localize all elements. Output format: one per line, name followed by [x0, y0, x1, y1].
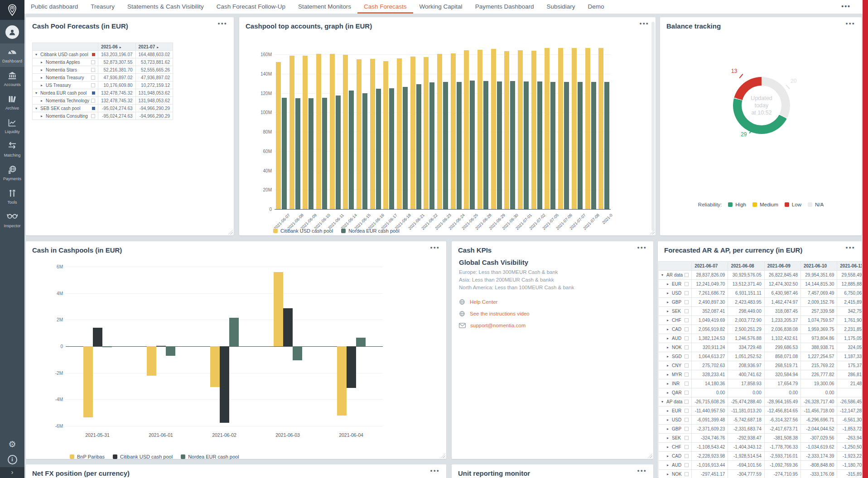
panel-scrollbar[interactable]: [651, 22, 655, 231]
bar-citibank-usd-cash-pool[interactable]: [357, 59, 362, 209]
tree-caret-icon[interactable]: ▾: [661, 400, 666, 404]
row-checkbox[interactable]: [91, 76, 95, 80]
bar-citibank-usd-cash-pool[interactable]: [424, 57, 429, 210]
row-label-cell[interactable]: ▸NOK: [659, 470, 692, 478]
row-label-cell[interactable]: ▸SGD: [659, 352, 692, 361]
instructions-video-link[interactable]: See the instructions video: [459, 310, 530, 317]
tree-caret-icon[interactable]: ▸: [41, 114, 46, 118]
tree-caret-icon[interactable]: ▸: [41, 60, 46, 64]
bar-nordea-eur-cash-pool[interactable]: [483, 81, 488, 209]
bar-nordea-eur-cash-pool[interactable]: [537, 81, 542, 209]
bar-citibank-usd-cash-pool[interactable]: [316, 54, 321, 209]
nav-tab-statements-cash-visibility[interactable]: Statements & Cash Visibility: [121, 0, 210, 14]
row-label-cell[interactable]: ▸Nomentia Apples: [33, 58, 98, 66]
tree-caret-icon[interactable]: ▸: [667, 282, 672, 286]
bar-nordea-eur-cash-pool[interactable]: [309, 98, 313, 209]
bar-citibank-usd-cash-pool[interactable]: [289, 56, 294, 209]
tree-caret-icon[interactable]: ▸: [667, 409, 672, 413]
legend-item[interactable]: BnP Paribas: [70, 454, 105, 459]
row-label-cell[interactable]: ▾AR data: [659, 271, 692, 280]
bar-citibank-usd-cash-pool[interactable]: [572, 48, 577, 209]
row-label-cell[interactable]: ▸CAD: [659, 452, 692, 461]
row-label-cell[interactable]: ▾SEB SEK cash pool: [33, 105, 98, 112]
bar-citibank-usd-cash-pool[interactable]: [303, 56, 308, 209]
bar-nordea-eur-cash-pool[interactable]: [336, 96, 341, 209]
panel-menu-ellipsis-icon[interactable]: •••: [637, 467, 647, 474]
row-label-cell[interactable]: ▸EUR: [659, 406, 692, 416]
support-email-link[interactable]: support@nomentia.com: [459, 322, 530, 329]
bar-citibank-usd-cash-pool[interactable]: [585, 48, 590, 209]
nav-tab-working-capital[interactable]: Working Capital: [413, 0, 469, 14]
row-label-cell[interactable]: ▸CHF: [659, 443, 692, 452]
column-header[interactable]: 2021-06-09: [764, 262, 800, 271]
tree-caret-icon[interactable]: ▾: [35, 53, 40, 57]
tree-caret-icon[interactable]: ▸: [667, 373, 672, 377]
row-checkbox[interactable]: [685, 409, 689, 413]
bar-nordea-eur-cash-pool[interactable]: [102, 346, 112, 347]
legend-item[interactable]: N/A: [808, 202, 824, 207]
row-checkbox[interactable]: [685, 391, 689, 395]
panel-menu-ellipsis-icon[interactable]: •••: [430, 467, 440, 474]
panel-menu-ellipsis-icon[interactable]: •••: [640, 20, 649, 27]
nav-tab-statement-monitors[interactable]: Statement Monitors: [292, 0, 357, 14]
panel-menu-ellipsis-icon[interactable]: •••: [637, 244, 647, 251]
panel-menu-ellipsis-icon[interactable]: •••: [430, 244, 440, 251]
row-label-cell[interactable]: ▾Nordea EUR cash pool: [33, 89, 98, 97]
bar-nordea-eur-cash-pool[interactable]: [229, 318, 239, 346]
sidebar-item-matching[interactable]: Matching: [0, 138, 24, 161]
row-label-cell[interactable]: ▸CNY: [659, 361, 692, 370]
row-label-cell[interactable]: ▸Nomentia Stars: [33, 66, 98, 74]
row-label-cell[interactable]: ▾AP data: [659, 397, 692, 406]
page-scrollbar-red[interactable]: [863, 0, 868, 478]
panel-menu-ellipsis-icon[interactable]: •••: [846, 244, 855, 251]
row-checkbox[interactable]: [685, 373, 689, 377]
row-checkbox[interactable]: [685, 345, 689, 349]
panel-menu-ellipsis-icon[interactable]: •••: [846, 20, 855, 27]
sidebar-item-payments[interactable]: Payments: [0, 161, 24, 185]
row-label-cell[interactable]: ▸QAR: [659, 388, 692, 397]
bar-bnp-paribas[interactable]: [210, 346, 220, 387]
bar-nordea-eur-cash-pool[interactable]: [497, 81, 502, 209]
row-checkbox[interactable]: [685, 427, 689, 431]
bar-citibank-usd-cash-pool[interactable]: [410, 57, 415, 210]
bar-nordea-eur-cash-pool[interactable]: [362, 93, 367, 209]
app-logo[interactable]: [0, 0, 24, 20]
help-center-link[interactable]: Help Center: [459, 298, 530, 306]
tree-caret-icon[interactable]: ▸: [667, 454, 672, 458]
row-checkbox[interactable]: [685, 282, 689, 286]
row-checkbox[interactable]: [685, 318, 689, 322]
tree-caret-icon[interactable]: ▸: [667, 318, 672, 322]
row-label-cell[interactable]: ▸Nomentia Treasury: [33, 74, 98, 81]
row-label-cell[interactable]: ▸EUR: [659, 280, 692, 289]
bar-citibank-usd-cash-pool[interactable]: [283, 308, 293, 346]
row-label-cell[interactable]: ▸SEK: [659, 307, 692, 316]
row-checkbox[interactable]: [685, 300, 689, 304]
bar-nordea-eur-cash-pool[interactable]: [376, 89, 381, 209]
bar-nordea-eur-cash-pool[interactable]: [429, 82, 434, 209]
tree-caret-icon[interactable]: ▸: [667, 336, 672, 340]
bar-citibank-usd-cash-pool[interactable]: [598, 48, 603, 209]
bar-citibank-usd-cash-pool[interactable]: [437, 54, 442, 209]
sidebar-item-liquidity[interactable]: Liquidity: [0, 114, 24, 138]
row-checkbox[interactable]: [685, 463, 689, 467]
row-label-cell[interactable]: ▸INR: [659, 379, 692, 388]
column-header[interactable]: 2021-06-07: [692, 262, 728, 271]
bar-nordea-eur-cash-pool[interactable]: [293, 346, 302, 360]
sidebar-item-inspector[interactable]: Inspector: [0, 208, 24, 232]
row-label-cell[interactable]: ▾Citibank USD cash pool: [33, 51, 98, 58]
bar-nordea-eur-cash-pool[interactable]: [443, 82, 448, 209]
sidebar-expand-chevron-icon[interactable]: ›: [0, 467, 24, 478]
bar-citibank-usd-cash-pool[interactable]: [477, 50, 482, 210]
bar-citibank-usd-cash-pool[interactable]: [370, 59, 375, 209]
bar-citibank-usd-cash-pool[interactable]: [531, 51, 536, 209]
row-label-cell[interactable]: ▸USD: [659, 416, 692, 425]
bar-bnp-paribas[interactable]: [274, 272, 283, 346]
bar-citibank-usd-cash-pool[interactable]: [518, 50, 523, 209]
row-checkbox[interactable]: [685, 472, 689, 476]
sidebar-item-accounts[interactable]: Accounts: [0, 67, 24, 91]
bar-nordea-eur-cash-pool[interactable]: [591, 82, 596, 209]
bar-citibank-usd-cash-pool[interactable]: [558, 48, 563, 209]
nav-overflow-ellipsis-icon[interactable]: •••: [841, 0, 851, 13]
row-label-cell[interactable]: ▸GBP: [659, 298, 692, 307]
row-label-cell[interactable]: ▸CAD: [659, 325, 692, 334]
